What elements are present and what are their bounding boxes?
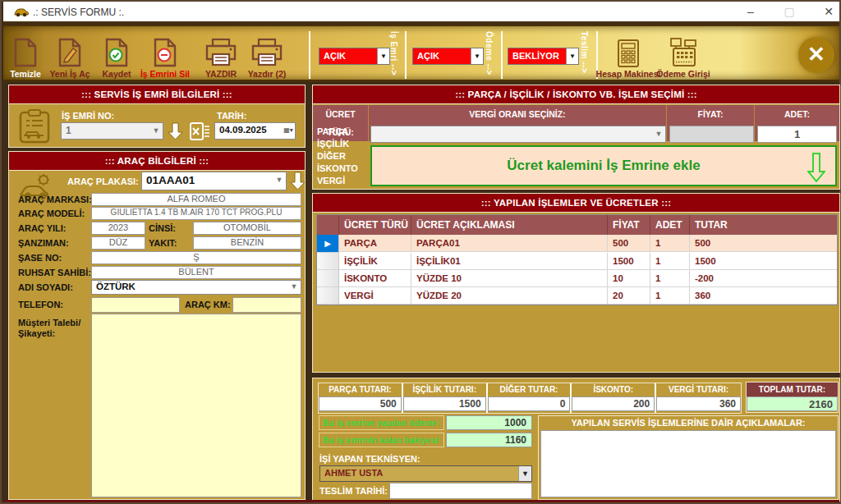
kaydet-button[interactable]: Kaydet (95, 30, 138, 79)
fee-subheader: ÜCRET TÜRÜ: VERGİ ORANI SEÇİNİZ: FİYAT: … (313, 105, 839, 123)
list-item[interactable]: İSKONTO (317, 163, 368, 175)
chevron-down-icon[interactable]: ▼ (287, 281, 301, 294)
hesap-makinesi-button[interactable]: Hesap Makinesi (603, 30, 654, 79)
totals-panel: PARÇA TUTARI: 500 İŞÇİLİK TUTARI: 1500 D… (312, 378, 840, 502)
close-window-button[interactable]: ✕ (816, 5, 841, 20)
service-info-title: ::: SERVİS İŞ EMRİ BİLGİLERİ ::: (9, 85, 305, 104)
parca-tutari-value: 500 (319, 396, 402, 411)
telefon-input[interactable] (91, 297, 180, 313)
musteri-talebi-label: Müşteri Talebi/Şikayeti: (18, 318, 89, 339)
yeni-is-ac-button[interactable]: Yeni İş Aç (46, 30, 94, 79)
row-selector[interactable] (317, 270, 339, 287)
pos-terminal-icon (669, 38, 697, 67)
toolbar-separator (501, 31, 503, 79)
table-row[interactable]: İSKONTO YÜZDE 10 10 1 -200 (317, 270, 837, 287)
list-item[interactable]: PARÇA (317, 126, 368, 138)
musteri-talebi-textarea[interactable] (91, 314, 301, 497)
excel-export-icon[interactable] (190, 122, 210, 140)
field-label: ŞASE NO: (18, 253, 62, 263)
telefon-label: TELEFON: (18, 300, 63, 309)
fee-type-listbox[interactable]: PARÇA İŞÇİLİK DİĞER İSKONTO VERGİ (317, 126, 368, 187)
chevron-down-icon[interactable]: ▼ (652, 126, 665, 142)
vergi-tutari-label: VERGİ TUTARI: (656, 383, 741, 396)
load-vehicle-arrow-icon[interactable] (290, 172, 306, 190)
minimize-button[interactable]: – (738, 5, 763, 20)
chevron-down-icon[interactable]: ▼ (471, 48, 483, 64)
close-form-button[interactable]: ✕ (798, 37, 834, 73)
iscilik-tutari-value: 1500 (403, 396, 486, 411)
col-header[interactable]: ÜCRET TÜRÜ (339, 215, 411, 235)
field-label: ARAÇ MODELİ: (18, 208, 85, 218)
maximize-button[interactable]: ▢ (777, 5, 802, 20)
aciklama-box: YAPILAN SERVİS İŞLEMLERİNE DAİR AÇIKLAMA… (538, 415, 839, 500)
list-item[interactable]: DİĞER (317, 150, 368, 163)
temizle-button[interactable]: Temizle (5, 30, 46, 79)
col-header[interactable]: FİYAT (608, 215, 650, 235)
list-item[interactable]: İŞÇİLİK (317, 138, 368, 150)
ruhsat-sahibi-value: BÜLENT (91, 266, 301, 279)
arac-markasi-value: ALFA ROMEO (91, 193, 301, 206)
row-selector[interactable]: ▶ (317, 235, 339, 253)
vergi-orani-combobox[interactable]: ▼ (370, 126, 666, 143)
selector-header (317, 215, 339, 235)
adi-soyadi-combobox[interactable]: ÖZTÜRK ▼ (91, 280, 301, 295)
row-selector[interactable] (317, 253, 339, 270)
is-emri-no-label: İŞ EMRİ NO: (62, 111, 114, 121)
is-emri-group-label: İş Emri --> (389, 31, 398, 80)
table-row[interactable]: ▶ PARÇA PARÇA01 500 1 500 (317, 235, 837, 253)
table-row[interactable]: İŞÇİLİK İŞÇİLİK01 1500 1 1500 (317, 253, 837, 270)
printer-icon (250, 38, 284, 67)
chevron-down-icon[interactable]: ▼ (273, 172, 286, 190)
add-fee-button[interactable]: Ücret kalemini İş Emrine ekle (370, 145, 837, 186)
chevron-down-icon[interactable]: ▼ (566, 48, 578, 64)
yazdir-button[interactable]: YAZDIR (195, 30, 246, 79)
bakiye-value: 1160 (446, 433, 532, 447)
field-label: ŞANZIMAN: (18, 238, 69, 248)
col-header[interactable]: ADET (650, 215, 690, 235)
table-row[interactable]: VERGİ YÜZDE 20 20 1 360 (317, 287, 837, 305)
teslim-status-dropdown[interactable]: BEKLİYOR ▼ (508, 48, 579, 65)
col-header[interactable]: ÜCRET AÇIKLAMASI (411, 215, 608, 235)
toplam-value: 2160 (747, 396, 838, 411)
tarih-datepicker[interactable]: 04.09.2025 ▦▾ (214, 122, 296, 140)
cinsi-value: OTOMOBİL (193, 222, 301, 235)
teknisyen-label: İŞİ YAPAN TEKNİSYEN: (319, 454, 420, 464)
col-header[interactable]: TUTAR (690, 215, 837, 235)
cinsi-label: CİNSİ: (149, 223, 176, 233)
field-label: ARAÇ YILI: (18, 223, 66, 233)
table-header-row: ÜCRET TÜRÜ ÜCRET AÇIKLAMASI FİYAT ADET T… (317, 215, 837, 235)
chevron-down-icon[interactable]: ▼ (377, 48, 389, 64)
aciklama-textarea[interactable] (540, 430, 836, 497)
list-item[interactable]: VERGİ (317, 175, 368, 187)
iskonto-value: 200 (572, 396, 655, 411)
adet-input[interactable]: 1 (757, 126, 837, 143)
odeme-girisi-button[interactable]: Ödeme Girişi (657, 30, 710, 79)
teknisyen-combobox[interactable]: AHMET USTA ▼ (319, 465, 532, 482)
is-emri-status-dropdown[interactable]: AÇIK ▼ (319, 48, 390, 65)
iscilik-tutari-label: İŞÇİLİK TUTARI: (403, 383, 486, 396)
teslim-tarihi-label: TESLİM TARİHİ: (319, 486, 388, 496)
fiyat-input[interactable] (669, 126, 754, 143)
yazdir-2-button[interactable]: Yazdır (2) (241, 30, 292, 79)
row-selector[interactable] (317, 287, 339, 305)
app-window: .: SERVİS FORMU :. – ▢ ✕ Temizle Yeni İş… (0, 0, 841, 504)
odeme-group-label: Ödeme --> (485, 31, 494, 80)
plaka-combobox[interactable]: 01AAA01 ▼ (141, 172, 287, 190)
field-label: ADI SOYADI: (18, 282, 73, 292)
clipboard-car-icon (19, 109, 50, 144)
operations-panel: ::: YAPILAN İŞLEMLER VE ÜCRETLER ::: ÜCR… (312, 193, 840, 373)
odeme-status-dropdown[interactable]: AÇIK ▼ (412, 48, 484, 65)
teslim-tarihi-input[interactable] (389, 483, 532, 499)
arac-km-input[interactable] (232, 297, 301, 313)
car-app-icon (13, 7, 30, 18)
is-emri-no-combobox[interactable]: 1 ▼ (61, 122, 163, 140)
totals-strip: PARÇA TUTARI: 500 İŞÇİLİK TUTARI: 1500 D… (318, 383, 742, 414)
chevron-down-icon[interactable]: ▼ (149, 123, 163, 139)
toplam-label: TOPLAM TUTAR: (747, 383, 838, 396)
teslim-group-label: Teslim --> (580, 31, 589, 80)
is-emrini-sil-button[interactable]: İş Emrini Sil (138, 30, 192, 79)
chevron-down-icon[interactable]: ▼ (518, 466, 531, 481)
load-order-arrow-icon[interactable] (168, 122, 183, 140)
arac-modeli-value: GIULIETTA 1.4 TB M.AIR 170 TCT PROG.PLU (91, 207, 301, 220)
calendar-dropdown-icon[interactable]: ▦▾ (282, 123, 295, 139)
